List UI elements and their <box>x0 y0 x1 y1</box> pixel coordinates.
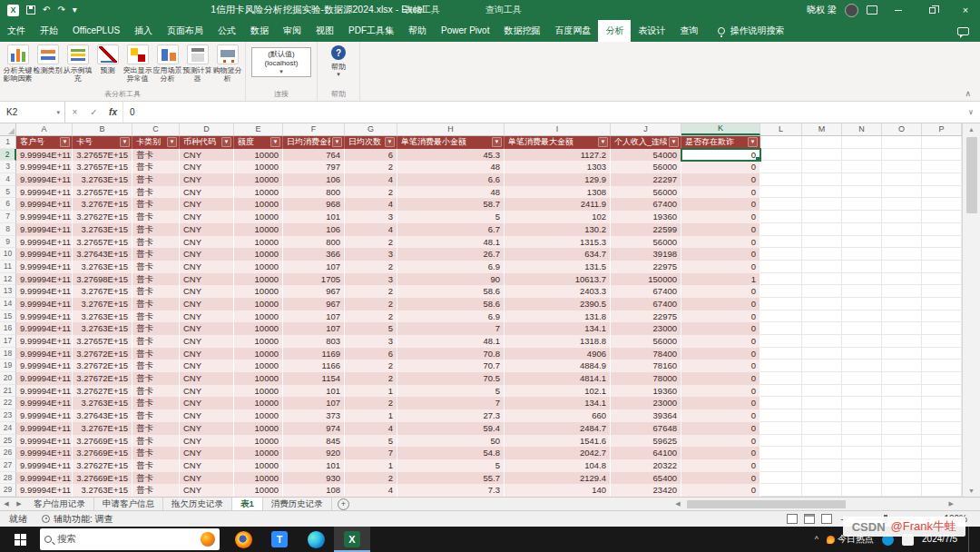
cell-M6[interactable] <box>802 198 842 211</box>
cell-I21[interactable]: 102.1 <box>505 385 611 398</box>
cell-M8[interactable] <box>802 223 842 236</box>
row-number-20[interactable]: 20 <box>0 372 16 385</box>
cell-G24[interactable]: 4 <box>345 422 397 435</box>
cell-H2[interactable]: 45.3 <box>397 149 505 162</box>
cell-B28[interactable]: 3.27669E+15 <box>73 472 132 485</box>
cell-P26[interactable] <box>922 447 962 459</box>
cell-J26[interactable]: 64100 <box>611 447 681 459</box>
cell-M12[interactable] <box>802 273 842 286</box>
cell-E3[interactable]: 10000 <box>234 161 283 173</box>
cell-M5[interactable] <box>802 186 842 199</box>
cell-I20[interactable]: 4814.1 <box>505 372 611 385</box>
cell-G8[interactable]: 4 <box>345 223 397 236</box>
cell-L18[interactable] <box>760 348 802 360</box>
cell-I3[interactable]: 1303 <box>505 161 611 173</box>
cell-P20[interactable] <box>922 372 962 385</box>
taskbar-app-edge[interactable] <box>298 527 334 552</box>
cell-L27[interactable] <box>760 459 802 472</box>
cell-I14[interactable]: 2390.5 <box>505 298 611 310</box>
cell-P18[interactable] <box>922 348 962 360</box>
cell-C19[interactable]: 普卡 <box>132 360 180 372</box>
cell-O1[interactable] <box>882 136 922 149</box>
cell-P21[interactable] <box>922 385 962 398</box>
cell-O17[interactable] <box>882 335 922 348</box>
cell-C29[interactable]: 普卡 <box>132 484 180 497</box>
taskbar-app-docs[interactable]: T <box>261 527 298 552</box>
cell-I4[interactable]: 129.9 <box>505 173 611 186</box>
cell-B17[interactable]: 3.27657E+15 <box>73 335 132 348</box>
cell-G27[interactable]: 1 <box>345 459 397 472</box>
cell-E26[interactable]: 10000 <box>234 447 283 459</box>
row-number-10[interactable]: 10 <box>0 248 16 261</box>
cell-N11[interactable] <box>842 261 882 273</box>
cell-N17[interactable] <box>842 335 882 348</box>
cell-A24[interactable]: 9.99994E+11 <box>16 422 73 435</box>
cell-L16[interactable] <box>760 322 802 335</box>
cell-M7[interactable] <box>802 211 842 223</box>
column-header-H[interactable]: H <box>397 123 505 135</box>
row-number-23[interactable]: 23 <box>0 409 16 422</box>
cell-G14[interactable]: 2 <box>345 298 397 310</box>
scroll-left-icon[interactable]: ◀ <box>672 500 682 508</box>
cell-F3[interactable]: 797 <box>283 161 345 173</box>
header-cell-C[interactable]: 卡类别▼ <box>132 136 180 149</box>
cell-G3[interactable]: 2 <box>345 161 397 173</box>
cell-C25[interactable]: 普卡 <box>132 435 180 448</box>
cell-H23[interactable]: 27.3 <box>397 409 505 422</box>
cell-H5[interactable]: 48 <box>397 186 505 199</box>
cell-I16[interactable]: 134.1 <box>505 322 611 335</box>
cell-A6[interactable]: 9.99994E+11 <box>16 198 73 211</box>
cell-E8[interactable]: 10000 <box>234 223 283 236</box>
cell-L10[interactable] <box>760 248 802 261</box>
cell-E11[interactable]: 10000 <box>234 261 283 273</box>
cell-O9[interactable] <box>882 236 922 249</box>
cell-B8[interactable]: 3.2763E+15 <box>73 223 132 236</box>
accessibility-status[interactable]: 辅助功能: 调查 <box>42 513 113 526</box>
cell-A10[interactable]: 9.99994E+11 <box>16 248 73 261</box>
cell-D6[interactable]: CNY <box>180 198 234 211</box>
cell-A23[interactable]: 9.99994E+11 <box>16 409 73 422</box>
cell-B6[interactable]: 3.2767E+15 <box>73 198 132 211</box>
cell-G6[interactable]: 4 <box>345 198 397 211</box>
cell-K11[interactable]: 0 <box>681 261 760 273</box>
cell-D5[interactable]: CNY <box>180 186 234 199</box>
cell-G5[interactable]: 2 <box>345 186 397 199</box>
cell-J21[interactable]: 19360 <box>611 385 681 398</box>
cell-K5[interactable]: 0 <box>681 186 760 199</box>
cell-N7[interactable] <box>842 211 882 223</box>
filter-button-icon[interactable]: ▼ <box>748 137 758 147</box>
cell-F18[interactable]: 1169 <box>283 348 345 360</box>
row-number-26[interactable]: 26 <box>0 447 16 459</box>
column-header-G[interactable]: G <box>345 123 397 135</box>
cell-K16[interactable]: 0 <box>681 322 760 335</box>
cell-G13[interactable]: 2 <box>345 285 397 298</box>
cell-D19[interactable]: CNY <box>180 360 234 372</box>
cell-N24[interactable] <box>842 422 882 435</box>
cell-F20[interactable]: 1154 <box>283 372 345 385</box>
cell-F5[interactable]: 800 <box>283 186 345 199</box>
ribbon-button[interactable]: 预测计算器 <box>182 43 212 83</box>
cell-N2[interactable] <box>842 149 882 162</box>
cell-H8[interactable]: 6.7 <box>397 223 505 236</box>
cell-C15[interactable]: 普卡 <box>132 310 180 323</box>
cell-C3[interactable]: 普卡 <box>132 161 180 173</box>
cell-J6[interactable]: 67400 <box>611 198 681 211</box>
ribbon-button[interactable]: 从示例填充 <box>63 43 93 83</box>
cell-I19[interactable]: 4884.9 <box>505 360 611 372</box>
cell-F12[interactable]: 1705 <box>283 273 345 286</box>
cell-J28[interactable]: 65400 <box>611 472 681 485</box>
cell-J9[interactable]: 56000 <box>611 236 681 249</box>
cell-B20[interactable]: 3.27672E+15 <box>73 372 132 385</box>
cell-J8[interactable]: 22599 <box>611 223 681 236</box>
cell-L13[interactable] <box>760 285 802 298</box>
cell-G4[interactable]: 4 <box>345 173 397 186</box>
cell-F21[interactable]: 101 <box>283 385 345 398</box>
cell-H20[interactable]: 70.5 <box>397 372 505 385</box>
cell-M19[interactable] <box>802 360 842 372</box>
filter-button-icon[interactable]: ▼ <box>167 137 177 147</box>
cell-C17[interactable]: 普卡 <box>132 335 180 348</box>
cell-N10[interactable] <box>842 248 882 261</box>
name-box[interactable]: K2 ▾ <box>0 102 65 123</box>
cell-G29[interactable]: 4 <box>345 484 397 497</box>
cell-H27[interactable]: 5 <box>397 459 505 472</box>
